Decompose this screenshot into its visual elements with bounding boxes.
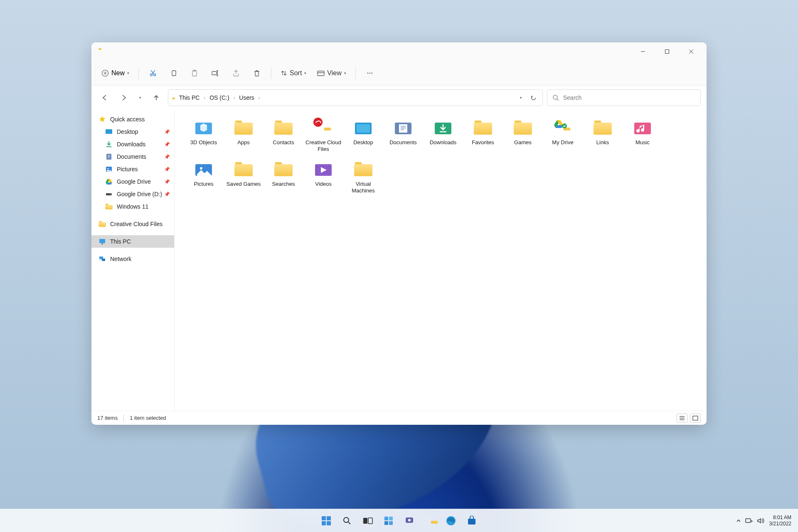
cut-button[interactable] <box>144 64 162 82</box>
pin-icon: 📌 <box>164 154 170 160</box>
folder-item[interactable]: Apps <box>224 116 264 155</box>
items-view[interactable]: 3D ObjectsAppsContactsCreative Cloud Fil… <box>175 110 707 411</box>
edge-icon <box>446 515 456 526</box>
folder-item[interactable]: Pictures <box>184 157 224 197</box>
search-input[interactable] <box>563 94 695 101</box>
volume-icon[interactable] <box>757 517 764 524</box>
sidebar-label: Documents <box>117 153 146 160</box>
sidebar-item[interactable]: Google Drive (D:)📌 <box>91 188 174 200</box>
view-label: View <box>327 69 341 77</box>
delete-button[interactable] <box>248 64 266 82</box>
folder-item[interactable]: Videos <box>303 157 343 197</box>
system-tray[interactable] <box>736 517 764 524</box>
search-button[interactable] <box>338 512 356 530</box>
taskbar[interactable]: 8:01 AM 3/21/2022 <box>0 509 798 532</box>
paste-button[interactable] <box>185 64 204 82</box>
folder-item[interactable]: Creative Cloud Files <box>303 116 343 155</box>
widgets-button[interactable] <box>379 512 398 530</box>
task-view-button[interactable] <box>359 512 377 530</box>
file-explorer-button[interactable] <box>421 512 439 530</box>
sidebar-item[interactable]: Downloads📌 <box>91 138 174 150</box>
creative-cloud-icon <box>98 220 106 228</box>
titlebar[interactable] <box>91 42 707 61</box>
folder-item[interactable]: Searches <box>264 157 303 197</box>
sidebar-item[interactable]: Google Drive📌 <box>91 175 174 188</box>
folder-icon <box>272 160 295 179</box>
folder-item[interactable]: My Drive <box>543 116 583 155</box>
back-button[interactable] <box>97 90 112 105</box>
sort-button[interactable]: Sort ▾ <box>276 66 310 80</box>
folder-item[interactable]: Documents <box>383 116 423 155</box>
address-bar[interactable]: › This PC › OS (C:) › Users › ▾ <box>168 89 543 106</box>
new-label: New <box>111 69 125 77</box>
date-label: 3/21/2022 <box>769 521 791 527</box>
chat-button[interactable] <box>400 512 419 530</box>
pin-icon: 📌 <box>164 142 170 147</box>
sidebar-item-quick-access[interactable]: Quick access <box>91 113 174 126</box>
star-icon <box>98 115 106 123</box>
sidebar-label: Downloads <box>117 141 145 148</box>
svg-rect-29 <box>399 124 407 133</box>
item-label: My Drive <box>552 139 573 146</box>
refresh-button[interactable] <box>527 90 539 105</box>
more-button[interactable] <box>361 64 379 82</box>
folder-item[interactable]: Desktop <box>343 116 383 155</box>
folder-item[interactable]: Favorites <box>463 116 503 155</box>
breadcrumb-segment[interactable]: Users <box>236 93 257 102</box>
forward-button[interactable] <box>116 90 131 105</box>
address-dropdown-button[interactable]: ▾ <box>515 90 527 105</box>
edge-button[interactable] <box>442 512 460 530</box>
close-button[interactable] <box>679 42 703 61</box>
folder-item[interactable]: Links <box>583 116 623 155</box>
sidebar-item-creative-cloud[interactable]: Creative Cloud Files <box>91 218 174 230</box>
sidebar-item[interactable]: Desktop📌 <box>91 126 174 138</box>
rename-button[interactable] <box>206 64 224 82</box>
minimize-button[interactable] <box>631 42 655 61</box>
sidebar-item[interactable]: Documents📌 <box>91 150 174 163</box>
sidebar-label: Creative Cloud Files <box>110 221 163 227</box>
folder-item[interactable]: Virtual Machines <box>343 157 383 197</box>
ccloud-icon <box>312 118 335 137</box>
folder-item[interactable]: Music <box>623 116 663 155</box>
svg-point-12 <box>371 72 372 74</box>
clock[interactable]: 8:01 AM 3/21/2022 <box>769 515 791 527</box>
svg-rect-23 <box>102 259 105 261</box>
folder-icon <box>511 118 534 137</box>
folder-item[interactable]: Downloads <box>423 116 463 155</box>
folder-item[interactable]: Contacts <box>264 116 303 155</box>
share-button[interactable] <box>227 64 245 82</box>
sidebar-item-this-pc[interactable]: This PC <box>91 235 174 248</box>
search-box[interactable] <box>547 89 701 106</box>
folder-item[interactable]: Games <box>503 116 543 155</box>
breadcrumb-segment[interactable]: OS (C:) <box>207 93 232 102</box>
network-icon[interactable] <box>745 518 753 524</box>
item-label: Games <box>514 139 532 146</box>
folder-item[interactable]: 3D Objects <box>184 116 224 155</box>
view-icon <box>317 70 325 76</box>
svg-rect-52 <box>746 519 751 522</box>
folder-item[interactable]: Saved Games <box>224 157 264 197</box>
sidebar-item[interactable]: Pictures📌 <box>91 163 174 175</box>
up-button[interactable] <box>149 90 164 105</box>
recent-locations-button[interactable]: ▾ <box>135 90 145 105</box>
start-button[interactable] <box>317 512 335 530</box>
details-view-button[interactable] <box>677 414 687 423</box>
documents-icon <box>392 118 415 137</box>
sidebar-item[interactable]: Windows 11 <box>91 200 174 213</box>
copy-button[interactable] <box>165 64 183 82</box>
network-icon <box>98 255 106 263</box>
item-label: Favorites <box>472 139 494 146</box>
videos-icon <box>312 160 335 179</box>
svg-rect-27 <box>357 124 370 133</box>
new-button[interactable]: New ▾ <box>97 66 133 80</box>
chevron-right-icon: › <box>234 95 235 100</box>
view-button[interactable]: View ▾ <box>313 66 350 80</box>
sidebar-item-network[interactable]: Network <box>91 253 174 265</box>
store-button[interactable] <box>463 512 481 530</box>
task-view-icon <box>363 517 373 525</box>
maximize-button[interactable] <box>655 42 679 61</box>
large-icons-view-button[interactable] <box>690 414 701 423</box>
svg-rect-46 <box>384 521 388 525</box>
breadcrumb-segment[interactable]: This PC <box>177 93 202 102</box>
chevron-up-icon[interactable] <box>736 518 741 523</box>
